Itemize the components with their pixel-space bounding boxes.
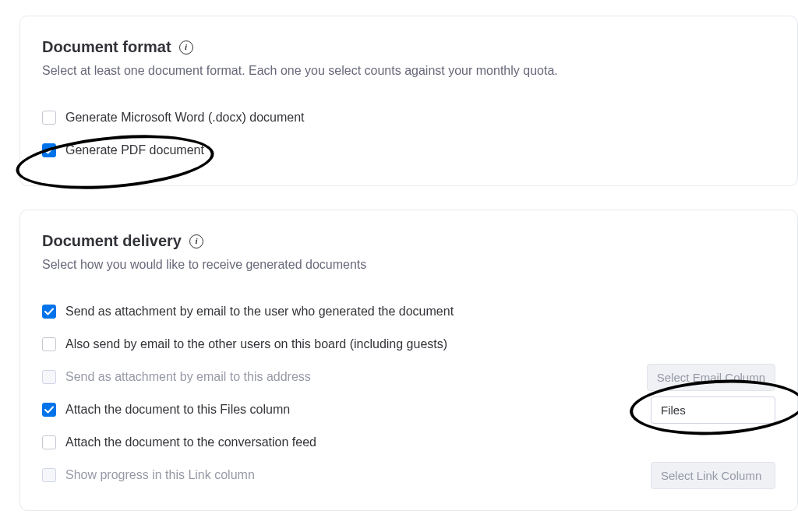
document-format-card: Document format i Select at least one do… <box>19 16 798 186</box>
option-label: Generate PDF document <box>65 143 204 157</box>
card-header: Document format i <box>42 38 775 56</box>
option-label: Show progress in this Link column <box>65 468 255 482</box>
option-label: Attach the document to this Files column <box>65 403 290 417</box>
checkbox-generate-pdf[interactable] <box>42 143 56 157</box>
info-icon[interactable]: i <box>189 234 203 248</box>
check-icon <box>44 307 54 316</box>
checkbox-attach-conversation[interactable] <box>42 435 56 449</box>
option-email-address: Send as attachment by email to this addr… <box>42 361 775 393</box>
checkbox-email-self[interactable] <box>42 305 56 319</box>
option-email-self: Send as attachment by email to the user … <box>42 295 775 328</box>
checkbox-attach-files-column[interactable] <box>42 403 56 417</box>
card-subtitle: Select at least one document format. Eac… <box>42 64 775 78</box>
checkbox-generate-docx[interactable] <box>42 111 56 125</box>
card-title: Document delivery <box>42 232 182 250</box>
option-attach-conversation: Attach the document to the conversation … <box>42 426 775 459</box>
card-header: Document delivery i <box>42 232 775 250</box>
option-label: Attach the document to the conversation … <box>65 435 316 449</box>
card-subtitle: Select how you would like to receive gen… <box>42 258 775 272</box>
info-icon[interactable]: i <box>179 41 193 55</box>
option-email-board-users: Also send by email to the other users on… <box>42 328 775 361</box>
format-options: Generate Microsoft Word (.docx) document… <box>42 101 775 167</box>
card-title: Document format <box>42 38 171 56</box>
check-icon <box>44 405 54 414</box>
check-icon <box>44 146 54 155</box>
delivery-options: Send as attachment by email to the user … <box>42 295 775 491</box>
email-column-select[interactable]: Select Email Column <box>647 364 775 391</box>
checkbox-email-board-users[interactable] <box>42 337 56 351</box>
option-label: Generate Microsoft Word (.docx) document <box>65 111 305 125</box>
option-label: Send as attachment by email to this addr… <box>65 370 311 384</box>
checkbox-show-progress-link[interactable] <box>42 468 56 482</box>
option-generate-docx: Generate Microsoft Word (.docx) document <box>42 101 775 134</box>
option-label: Also send by email to the other users on… <box>65 337 447 351</box>
files-column-select[interactable]: Files <box>651 396 775 424</box>
option-generate-pdf: Generate PDF document <box>42 134 775 167</box>
document-delivery-card: Document delivery i Select how you would… <box>19 210 798 511</box>
option-attach-files-column: Attach the document to this Files column… <box>42 393 775 426</box>
link-column-select[interactable]: Select Link Column <box>651 462 775 489</box>
option-show-progress-link: Show progress in this Link column Select… <box>42 459 775 491</box>
option-label: Send as attachment by email to the user … <box>65 305 454 319</box>
checkbox-email-address[interactable] <box>42 370 56 384</box>
